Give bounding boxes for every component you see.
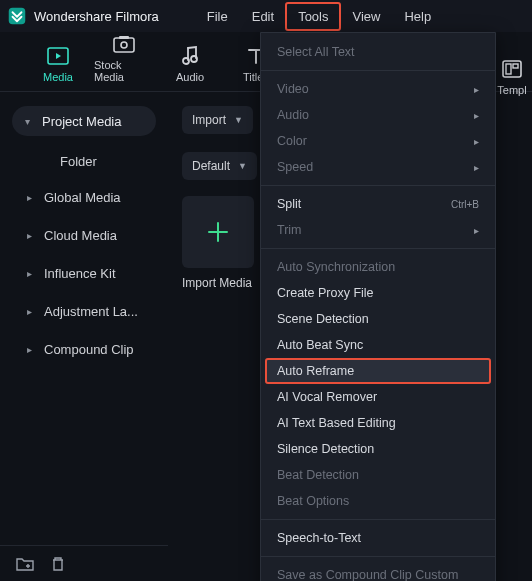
app-name: Wondershare Filmora xyxy=(34,9,159,24)
tab-audio-label: Audio xyxy=(176,71,204,83)
menu-trim-submenu: Trim▸ xyxy=(261,217,495,243)
shortcut-label: Ctrl+B xyxy=(451,199,479,210)
sidebar-item-label: Adjustment La... xyxy=(44,304,138,319)
tab-stock-media[interactable]: Stock Media xyxy=(94,27,154,91)
templates-icon xyxy=(492,58,532,80)
new-folder-icon[interactable] xyxy=(16,556,34,572)
sidebar-item-influence-kit[interactable]: ▸ Influence Kit xyxy=(0,254,168,292)
tools-menu-dropdown: Select All Text Video▸ Audio▸ Color▸ Spe… xyxy=(260,32,496,581)
menu-speed-submenu: Speed▸ xyxy=(261,154,495,180)
chevron-right-icon: ▸ xyxy=(24,344,34,355)
sidebar-item-label: Compound Clip xyxy=(44,342,134,357)
sidebar-item-label: Folder xyxy=(60,154,97,169)
menu-file[interactable]: File xyxy=(195,3,240,30)
tab-templates[interactable]: Templ xyxy=(492,58,532,96)
import-label: Import xyxy=(192,113,226,127)
menu-bar: File Edit Tools View Help xyxy=(195,0,443,32)
sort-dropdown[interactable]: Default ▼ xyxy=(182,152,257,180)
menu-select-all-text: Select All Text xyxy=(261,39,495,65)
sidebar-item-project-media[interactable]: ▾ Project Media xyxy=(12,106,156,136)
chevron-right-icon: ▸ xyxy=(474,225,479,236)
menu-beat-detection: Beat Detection xyxy=(261,462,495,488)
chevron-down-icon: ▾ xyxy=(22,116,32,127)
chevron-right-icon: ▸ xyxy=(474,84,479,95)
sidebar-item-label: Project Media xyxy=(42,114,121,129)
sidebar-item-adjustment-layer[interactable]: ▸ Adjustment La... xyxy=(0,292,168,330)
chevron-right-icon: ▸ xyxy=(24,268,34,279)
svg-point-3 xyxy=(121,42,127,48)
chevron-down-icon: ▼ xyxy=(238,161,247,171)
sidebar-item-label: Influence Kit xyxy=(44,266,116,281)
menu-create-proxy[interactable]: Create Proxy File xyxy=(261,280,495,306)
menu-ai-text-editing[interactable]: AI Text Based Editing xyxy=(261,410,495,436)
menu-edit[interactable]: Edit xyxy=(240,3,286,30)
menu-save-compound: Save as Compound Clip Custom xyxy=(261,562,495,581)
chevron-right-icon: ▸ xyxy=(24,306,34,317)
audio-icon xyxy=(181,45,199,67)
chevron-right-icon: ▸ xyxy=(24,192,34,203)
delete-icon[interactable] xyxy=(50,556,66,572)
menu-audio-submenu: Audio▸ xyxy=(261,102,495,128)
chevron-right-icon: ▸ xyxy=(474,110,479,121)
svg-rect-2 xyxy=(114,38,134,52)
svg-rect-4 xyxy=(119,36,129,39)
menu-video-submenu: Video▸ xyxy=(261,76,495,102)
sidebar-item-global-media[interactable]: ▸ Global Media xyxy=(0,178,168,216)
stock-media-icon xyxy=(113,33,135,55)
chevron-right-icon: ▸ xyxy=(24,230,34,241)
tab-stock-media-label: Stock Media xyxy=(94,59,154,83)
bottom-bar xyxy=(0,545,168,581)
plus-icon xyxy=(205,219,231,245)
sidebar-item-label: Global Media xyxy=(44,190,121,205)
menu-silence-detection[interactable]: Silence Detection xyxy=(261,436,495,462)
menu-auto-reframe[interactable]: Auto Reframe xyxy=(265,358,491,384)
menu-color-submenu: Color▸ xyxy=(261,128,495,154)
svg-rect-9 xyxy=(513,64,518,68)
sidebar: ▾ Project Media Folder ▸ Global Media ▸ … xyxy=(0,92,168,545)
chevron-down-icon: ▼ xyxy=(234,115,243,125)
title-bar: Wondershare Filmora File Edit Tools View… xyxy=(0,0,532,32)
menu-split[interactable]: SplitCtrl+B xyxy=(261,191,495,217)
menu-speech-to-text[interactable]: Speech-to-Text xyxy=(261,525,495,551)
menu-scene-detection[interactable]: Scene Detection xyxy=(261,306,495,332)
menu-auto-beat-sync[interactable]: Auto Beat Sync xyxy=(261,332,495,358)
tab-templates-label: Templ xyxy=(497,84,526,96)
tab-media-label: Media xyxy=(43,71,73,83)
chevron-right-icon: ▸ xyxy=(474,136,479,147)
svg-point-5 xyxy=(183,58,189,64)
sidebar-item-compound-clip[interactable]: ▸ Compound Clip xyxy=(0,330,168,368)
menu-auto-sync: Auto Synchronization xyxy=(261,254,495,280)
import-dropdown[interactable]: Import ▼ xyxy=(182,106,253,134)
menu-beat-options: Beat Options xyxy=(261,488,495,514)
sidebar-item-label: Cloud Media xyxy=(44,228,117,243)
sidebar-item-cloud-media[interactable]: ▸ Cloud Media xyxy=(0,216,168,254)
menu-tools[interactable]: Tools xyxy=(286,3,340,30)
sidebar-item-folder[interactable]: Folder xyxy=(0,144,168,178)
menu-help[interactable]: Help xyxy=(392,3,443,30)
menu-view[interactable]: View xyxy=(340,3,392,30)
chevron-right-icon: ▸ xyxy=(474,162,479,173)
svg-rect-8 xyxy=(506,64,511,74)
svg-point-6 xyxy=(191,56,197,62)
menu-ai-vocal-remover[interactable]: AI Vocal Remover xyxy=(261,384,495,410)
media-icon xyxy=(47,45,69,67)
app-logo-icon xyxy=(8,7,26,25)
tab-audio[interactable]: Audio xyxy=(160,39,220,91)
tab-media[interactable]: Media xyxy=(28,39,88,91)
sort-label: Default xyxy=(192,159,230,173)
import-media-card[interactable] xyxy=(182,196,254,268)
